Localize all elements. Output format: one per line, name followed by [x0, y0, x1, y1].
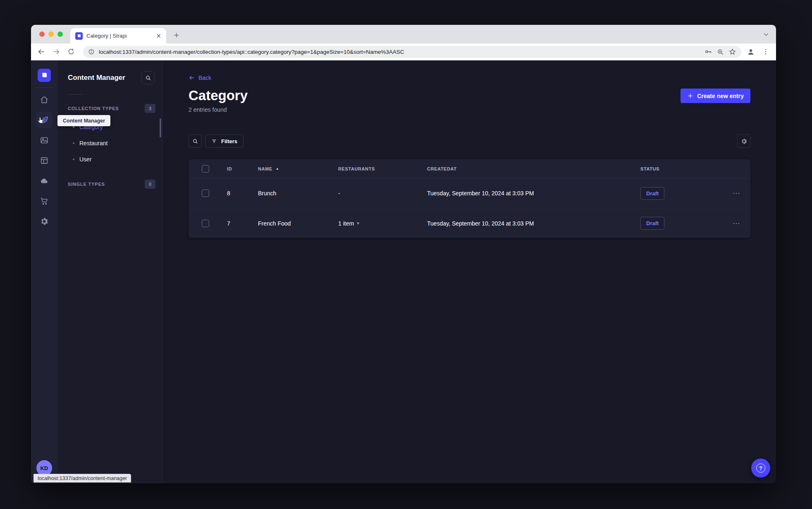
bullet-icon	[73, 158, 74, 160]
profile-icon[interactable]	[745, 46, 756, 57]
strapi-logo[interactable]	[38, 69, 51, 82]
arrow-left-icon	[189, 74, 195, 81]
row-checkbox[interactable]	[202, 190, 209, 197]
row-actions-button[interactable]: ⋯	[733, 219, 740, 228]
filter-icon	[211, 138, 217, 144]
bookmark-star-icon[interactable]	[728, 48, 736, 56]
url-bar[interactable]: localhost:1337/admin/content-manager/col…	[83, 46, 741, 58]
window-controls	[39, 31, 63, 37]
select-all-checkbox[interactable]	[202, 165, 209, 173]
cell-createdat: Tuesday, September 10, 2024 at 3:03 PM	[427, 220, 640, 227]
strapi-favicon-icon	[75, 32, 83, 40]
question-icon: ?	[756, 463, 765, 473]
tab-title: Category | Strapi	[86, 33, 151, 39]
browser-menu-icon[interactable]	[760, 46, 771, 57]
collection-types-count-badge: 3	[145, 104, 155, 113]
row-checkbox[interactable]	[202, 220, 209, 227]
browser-toolbar: localhost:1337/admin/content-manager/col…	[31, 43, 776, 60]
nav-home-icon[interactable]	[36, 91, 53, 108]
subnav-item-label: Restaurant	[79, 140, 107, 146]
nav-tooltip: Content Manager	[57, 115, 110, 126]
subnav-item-restaurant[interactable]: Restaurant	[57, 135, 162, 151]
cell-restaurants[interactable]: 1 item▾	[338, 220, 427, 227]
table-header-row: ID NAME▲ RESTAURANTS CREATEDAT STATUS	[189, 159, 750, 178]
help-button[interactable]: ?	[751, 459, 770, 478]
status-badge: Draft	[640, 217, 664, 230]
column-header-restaurants[interactable]: RESTAURANTS	[338, 166, 427, 171]
browser-tab-strip: Category | Strapi ✕	[31, 25, 776, 43]
table-row[interactable]: 7 French Food 1 item▾ Tuesday, September…	[189, 208, 750, 238]
cell-name: Brunch	[258, 190, 338, 197]
plus-icon	[687, 93, 693, 99]
bullet-icon	[73, 142, 74, 144]
sort-asc-icon[interactable]: ▲	[276, 167, 279, 170]
single-types-count-badge: 0	[145, 180, 155, 189]
single-types-label: SINGLE TYPES	[68, 182, 105, 187]
entries-count: 2 entries found	[189, 106, 248, 113]
entries-table: ID NAME▲ RESTAURANTS CREATEDAT STATUS 8 …	[189, 159, 750, 238]
nav-content-type-builder-icon[interactable]	[36, 152, 53, 169]
forward-icon[interactable]	[51, 46, 62, 57]
collection-types-label: COLLECTION TYPES	[68, 106, 119, 111]
column-header-status[interactable]: STATUS	[640, 166, 723, 171]
nav-marketplace-icon[interactable]	[36, 193, 53, 209]
browser-window: Category | Strapi ✕ localhost:1337/admin…	[31, 25, 776, 483]
view-settings-button[interactable]	[737, 134, 750, 148]
cell-name: French Food	[258, 220, 338, 227]
link-preview-statusbar: localhost:1337/admin/content-manager	[33, 474, 131, 483]
chevron-down-icon: ▾	[357, 221, 359, 226]
subnav-item-label: User	[79, 156, 92, 163]
search-icon	[192, 138, 198, 144]
back-link[interactable]: Back	[189, 74, 211, 81]
subnav-scrollbar-thumb[interactable]	[160, 118, 161, 137]
column-header-createdat[interactable]: CREATEDAT	[427, 166, 640, 171]
mouse-cursor-icon	[37, 117, 45, 126]
nav-divider	[35, 87, 53, 88]
row-actions-button[interactable]: ⋯	[733, 189, 740, 198]
subnav-search-button[interactable]	[141, 71, 155, 84]
page-title: Category	[189, 89, 248, 102]
browser-tab[interactable]: Category | Strapi ✕	[70, 28, 166, 43]
cell-id: 8	[227, 190, 258, 197]
back-icon[interactable]	[36, 46, 47, 57]
subnav-divider	[68, 94, 83, 95]
password-key-icon[interactable]	[704, 48, 712, 56]
subnav-item-user[interactable]: User	[57, 151, 162, 167]
column-header-id[interactable]: ID	[227, 166, 258, 171]
url-text: localhost:1337/admin/content-manager/col…	[99, 49, 700, 55]
cell-createdat: Tuesday, September 10, 2024 at 3:03 PM	[427, 190, 640, 197]
bullet-icon	[73, 126, 74, 128]
gear-icon	[740, 138, 748, 145]
strapi-app: KD Content Manager COLLECTION TYPES 3 Ca…	[31, 60, 776, 483]
maximize-window-button[interactable]	[57, 31, 63, 37]
table-search-button[interactable]	[189, 134, 202, 148]
nav-media-library-icon[interactable]	[36, 132, 53, 149]
minimize-window-button[interactable]	[48, 31, 54, 37]
tab-close-icon[interactable]: ✕	[155, 32, 162, 40]
tab-search-chevron-icon[interactable]	[763, 31, 769, 39]
table-row[interactable]: 8 Brunch - Tuesday, September 10, 2024 a…	[189, 178, 750, 208]
filters-button[interactable]: Filters	[205, 134, 244, 148]
cell-id: 7	[227, 220, 258, 227]
close-window-button[interactable]	[39, 31, 45, 37]
site-info-icon[interactable]	[88, 48, 95, 55]
cell-restaurants: -	[338, 190, 427, 197]
main-content: Back Category 2 entries found Create new…	[162, 60, 776, 483]
subnav-title: Content Manager	[68, 74, 125, 82]
status-badge: Draft	[640, 187, 664, 200]
new-tab-button[interactable]	[172, 30, 182, 40]
reload-icon[interactable]	[66, 46, 76, 57]
zoom-icon[interactable]	[716, 48, 724, 56]
create-new-entry-button[interactable]: Create new entry	[681, 89, 750, 103]
nav-settings-icon[interactable]	[36, 213, 53, 230]
nav-cloud-icon[interactable]	[36, 173, 53, 189]
column-header-name[interactable]: NAME▲	[258, 166, 338, 171]
